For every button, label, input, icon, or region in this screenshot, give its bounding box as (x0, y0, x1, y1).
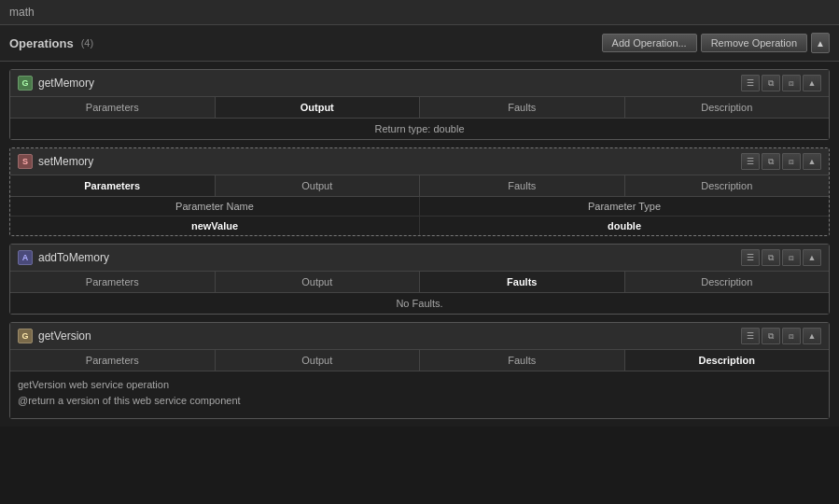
operation-header-getVersion: GgetVersion☰⧉⧈▲ (10, 323, 829, 350)
operation-controls-getVersion: ☰⧉⧈▲ (741, 328, 821, 344)
operations-count: (4) (81, 37, 93, 49)
operation-header-setMemory: SsetMemory☰⧉⧈▲ (10, 148, 829, 175)
top-bar: math (0, 0, 839, 24)
operation-controls-addToMemory: ☰⧉⧈▲ (741, 249, 821, 266)
list-icon-addToMemory[interactable]: ☰ (741, 249, 760, 266)
tab-faults-setMemory[interactable]: Faults (420, 175, 625, 196)
tab-content-addToMemory: No Faults. (10, 293, 829, 314)
tab-faults-getVersion[interactable]: Faults (420, 350, 625, 371)
operations-header: Operations (4) Add Operation... Remove O… (0, 24, 839, 62)
copy-icon-addToMemory[interactable]: ⧉ (762, 249, 780, 266)
list-icon-getVersion[interactable]: ☰ (741, 328, 760, 344)
tab-parameters-getVersion[interactable]: Parameters (10, 350, 216, 371)
tabs-row-setMemory: ParametersOutputFaultsDescription (10, 175, 829, 197)
tab-faults-getMemory[interactable]: Faults (420, 97, 625, 118)
operation-panel-setMemory: SsetMemory☰⧉⧈▲ParametersOutputFaultsDesc… (9, 147, 830, 236)
tab-content-getMemory: Return type: double (10, 119, 829, 139)
operation-title-addToMemory: addToMemory (38, 251, 109, 264)
up-icon-setMemory[interactable]: ▲ (803, 153, 821, 170)
up-icon-addToMemory[interactable]: ▲ (803, 249, 821, 266)
param-type-setMemory: double (420, 217, 829, 235)
paste-icon-getVersion[interactable]: ⧈ (782, 328, 801, 344)
param-header-cell-setMemory: Parameter Name (10, 197, 420, 216)
operation-controls-getMemory: ☰⧉⧈▲ (741, 75, 821, 91)
tab-output-setMemory[interactable]: Output (216, 175, 421, 196)
operation-header-getMemory: GgetMemory☰⧉⧈▲ (10, 70, 829, 97)
up-icon-getVersion[interactable]: ▲ (803, 328, 821, 344)
remove-operation-button[interactable]: Remove Operation (701, 34, 807, 52)
op-icon-get: G (18, 76, 33, 91)
list-icon-setMemory[interactable]: ☰ (741, 153, 760, 170)
copy-icon-getMemory[interactable]: ⧉ (762, 75, 780, 91)
tab-output-addToMemory[interactable]: Output (216, 272, 421, 292)
operation-panel-getMemory: GgetMemory☰⧉⧈▲ParametersOutputFaultsDesc… (9, 69, 830, 140)
tab-faults-addToMemory[interactable]: Faults (420, 272, 625, 292)
operation-header-addToMemory: AaddToMemory☰⧉⧈▲ (10, 245, 829, 272)
tab-output-getMemory[interactable]: Output (216, 97, 421, 118)
op-icon-ver: G (18, 329, 33, 343)
operations-container: GgetMemory☰⧉⧈▲ParametersOutputFaultsDesc… (0, 62, 839, 427)
no-faults-label-addToMemory: No Faults. (10, 293, 829, 314)
paste-icon-addToMemory[interactable]: ⧈ (782, 249, 801, 266)
page-title: math (9, 6, 35, 19)
op-icon-set: S (18, 154, 33, 169)
tab-output-getVersion[interactable]: Output (216, 350, 421, 371)
tab-description-addToMemory[interactable]: Description (625, 272, 830, 292)
param-header-cell-setMemory: Parameter Type (420, 197, 829, 216)
operation-title-getMemory: getMemory (38, 77, 94, 90)
list-icon-getMemory[interactable]: ☰ (741, 75, 760, 91)
tab-parameters-addToMemory[interactable]: Parameters (10, 272, 216, 292)
copy-icon-setMemory[interactable]: ⧉ (762, 153, 780, 170)
operation-name-getVersion: GgetVersion (18, 329, 91, 343)
tab-content-getVersion: getVersion web service operation @return… (10, 371, 829, 418)
header-buttons: Add Operation... Remove Operation ▲ (602, 33, 830, 53)
operation-title-getVersion: getVersion (38, 329, 91, 343)
tabs-row-getMemory: ParametersOutputFaultsDescription (10, 97, 829, 119)
up-icon-getMemory[interactable]: ▲ (803, 75, 821, 91)
copy-icon-getVersion[interactable]: ⧉ (762, 328, 780, 344)
operation-panel-getVersion: GgetVersion☰⧉⧈▲ParametersOutputFaultsDes… (9, 322, 830, 419)
tab-parameters-setMemory[interactable]: Parameters (10, 175, 216, 196)
operations-label: Operations (9, 36, 74, 50)
operation-name-getMemory: GgetMemory (18, 76, 94, 91)
operation-name-setMemory: SsetMemory (18, 154, 93, 169)
description-text-getVersion: getVersion web service operation @return… (10, 371, 829, 418)
param-row-setMemory: newValuedouble (10, 217, 829, 235)
param-name-setMemory: newValue (10, 217, 420, 235)
collapse-all-button[interactable]: ▲ (811, 33, 830, 53)
operation-name-addToMemory: AaddToMemory (18, 250, 109, 265)
return-type-label-getMemory: Return type: double (10, 119, 829, 139)
tabs-row-getVersion: ParametersOutputFaultsDescription (10, 350, 829, 371)
paste-icon-getMemory[interactable]: ⧈ (782, 75, 801, 91)
operation-controls-setMemory: ☰⧉⧈▲ (741, 153, 821, 170)
paste-icon-setMemory[interactable]: ⧈ (782, 153, 801, 170)
tab-parameters-getMemory[interactable]: Parameters (10, 97, 216, 118)
tab-content-setMemory: Parameter NameParameter TypenewValuedoub… (10, 197, 829, 235)
operation-title-setMemory: setMemory (38, 155, 93, 168)
tab-description-getVersion[interactable]: Description (625, 350, 830, 371)
tab-description-setMemory[interactable]: Description (625, 175, 830, 196)
tabs-row-addToMemory: ParametersOutputFaultsDescription (10, 272, 829, 293)
tab-description-getMemory[interactable]: Description (625, 97, 830, 118)
params-header-row-setMemory: Parameter NameParameter Type (10, 197, 829, 217)
add-operation-button[interactable]: Add Operation... (602, 34, 697, 52)
op-icon-add: A (18, 250, 33, 265)
operation-panel-addToMemory: AaddToMemory☰⧉⧈▲ParametersOutputFaultsDe… (9, 244, 830, 315)
